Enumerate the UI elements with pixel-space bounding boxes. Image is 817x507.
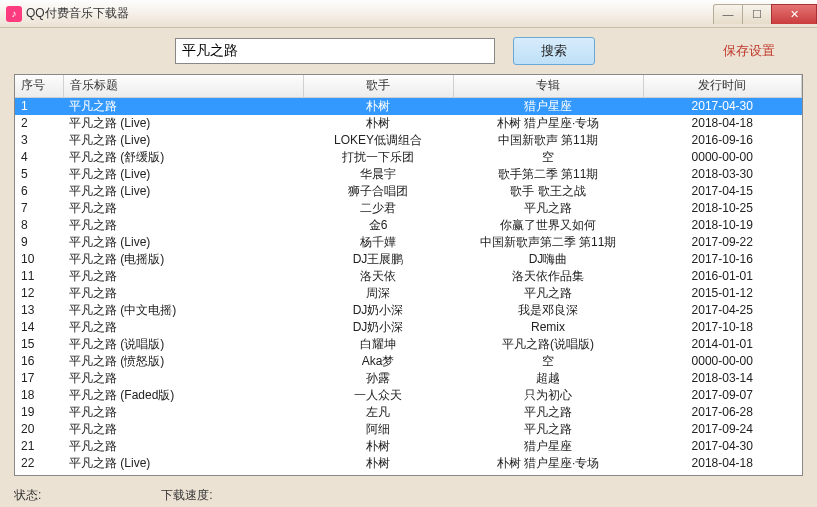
results-table-container: 序号 音乐标题 歌手 专辑 发行时间 1平凡之路朴树猎户星座2017-04-30… bbox=[14, 74, 803, 476]
results-scroll[interactable]: 序号 音乐标题 歌手 专辑 发行时间 1平凡之路朴树猎户星座2017-04-30… bbox=[15, 75, 802, 475]
cell-date: 2016-01-01 bbox=[643, 268, 802, 285]
cell-title: 平凡之路 (舒缓版) bbox=[63, 149, 303, 166]
cell-index: 11 bbox=[15, 268, 63, 285]
cell-title: 平凡之路 (Faded版) bbox=[63, 387, 303, 404]
table-row[interactable]: 19平凡之路左凡平凡之路2017-06-28 bbox=[15, 404, 802, 421]
col-date[interactable]: 发行时间 bbox=[643, 75, 802, 97]
cell-date: 2016-09-16 bbox=[643, 132, 802, 149]
col-album[interactable]: 专辑 bbox=[453, 75, 643, 97]
table-row[interactable]: 4平凡之路 (舒缓版)打扰一下乐团空0000-00-00 bbox=[15, 149, 802, 166]
cell-title: 平凡之路 (中文电摇) bbox=[63, 302, 303, 319]
cell-index: 8 bbox=[15, 217, 63, 234]
cell-artist: 朴树 bbox=[303, 455, 453, 472]
app-icon: ♪ bbox=[6, 6, 22, 22]
cell-title: 平凡之路 bbox=[63, 268, 303, 285]
cell-title: 平凡之路 (Live) bbox=[63, 166, 303, 183]
cell-index: 16 bbox=[15, 353, 63, 370]
table-row[interactable]: 8平凡之路金6你赢了世界又如何2018-10-19 bbox=[15, 217, 802, 234]
cell-index: 19 bbox=[15, 404, 63, 421]
cell-album: 中国新歌声第二季 第11期 bbox=[453, 234, 643, 251]
table-row[interactable]: 12平凡之路周深平凡之路2015-01-12 bbox=[15, 285, 802, 302]
table-row[interactable]: 22平凡之路 (Live)朴树朴树 猎户星座·专场2018-04-18 bbox=[15, 455, 802, 472]
cell-album: Remix bbox=[453, 319, 643, 336]
cell-title: 平凡之路 bbox=[63, 438, 303, 455]
cell-date: 2015-01-12 bbox=[643, 285, 802, 302]
cell-album: 洛天依作品集 bbox=[453, 268, 643, 285]
cell-album: 中国新歌声 第11期 bbox=[453, 132, 643, 149]
table-row[interactable]: 14平凡之路DJ奶小深Remix2017-10-18 bbox=[15, 319, 802, 336]
cell-title: 平凡之路 bbox=[63, 97, 303, 115]
window-title: QQ付费音乐下载器 bbox=[26, 5, 714, 22]
cell-date: 2017-09-22 bbox=[643, 234, 802, 251]
table-row[interactable]: 3平凡之路 (Live)LOKEY低调组合中国新歌声 第11期2016-09-1… bbox=[15, 132, 802, 149]
cell-index: 5 bbox=[15, 166, 63, 183]
cell-index: 1 bbox=[15, 97, 63, 115]
table-row[interactable]: 18平凡之路 (Faded版)一人众天只为初心2017-09-07 bbox=[15, 387, 802, 404]
cell-album: 歌手 歌王之战 bbox=[453, 183, 643, 200]
cell-index: 18 bbox=[15, 387, 63, 404]
table-row[interactable]: 13平凡之路 (中文电摇)DJ奶小深我是邓良深2017-04-25 bbox=[15, 302, 802, 319]
table-row[interactable]: 5平凡之路 (Live)华晨宇歌手第二季 第11期2018-03-30 bbox=[15, 166, 802, 183]
cell-title: 平凡之路 bbox=[63, 370, 303, 387]
cell-artist: 洛天依 bbox=[303, 268, 453, 285]
cell-index: 22 bbox=[15, 455, 63, 472]
cell-date: 2017-06-28 bbox=[643, 404, 802, 421]
cell-artist: 朴树 bbox=[303, 115, 453, 132]
cell-index: 17 bbox=[15, 370, 63, 387]
table-row[interactable]: 2平凡之路 (Live)朴树朴树 猎户星座·专场2018-04-18 bbox=[15, 115, 802, 132]
results-table: 序号 音乐标题 歌手 专辑 发行时间 1平凡之路朴树猎户星座2017-04-30… bbox=[15, 75, 802, 472]
col-title[interactable]: 音乐标题 bbox=[63, 75, 303, 97]
cell-artist: 二少君 bbox=[303, 200, 453, 217]
save-settings-link[interactable]: 保存设置 bbox=[723, 42, 775, 60]
cell-title: 平凡之路 bbox=[63, 200, 303, 217]
cell-index: 13 bbox=[15, 302, 63, 319]
cell-index: 10 bbox=[15, 251, 63, 268]
cell-index: 12 bbox=[15, 285, 63, 302]
cell-artist: 打扰一下乐团 bbox=[303, 149, 453, 166]
cell-artist: 朴树 bbox=[303, 97, 453, 115]
cell-album: 猎户星座 bbox=[453, 438, 643, 455]
window-controls: — ☐ ✕ bbox=[714, 4, 817, 24]
cell-title: 平凡之路 (Live) bbox=[63, 132, 303, 149]
col-artist[interactable]: 歌手 bbox=[303, 75, 453, 97]
minimize-button[interactable]: — bbox=[713, 4, 743, 24]
cell-artist: 朴树 bbox=[303, 438, 453, 455]
maximize-button[interactable]: ☐ bbox=[742, 4, 772, 24]
cell-date: 2018-04-18 bbox=[643, 455, 802, 472]
table-row[interactable]: 10平凡之路 (电摇版)DJ王展鹏DJ嗨曲2017-10-16 bbox=[15, 251, 802, 268]
cell-date: 2018-10-25 bbox=[643, 200, 802, 217]
cell-album: 空 bbox=[453, 353, 643, 370]
table-row[interactable]: 15平凡之路 (说唱版)白耀坤平凡之路(说唱版)2014-01-01 bbox=[15, 336, 802, 353]
search-button[interactable]: 搜索 bbox=[513, 37, 595, 65]
table-row[interactable]: 21平凡之路朴树猎户星座2017-04-30 bbox=[15, 438, 802, 455]
cell-album: 平凡之路 bbox=[453, 285, 643, 302]
col-index[interactable]: 序号 bbox=[15, 75, 63, 97]
cell-artist: 金6 bbox=[303, 217, 453, 234]
cell-date: 2017-04-25 bbox=[643, 302, 802, 319]
cell-album: 空 bbox=[453, 149, 643, 166]
table-row[interactable]: 17平凡之路孙露超越2018-03-14 bbox=[15, 370, 802, 387]
table-row[interactable]: 6平凡之路 (Live)狮子合唱团歌手 歌王之战2017-04-15 bbox=[15, 183, 802, 200]
cell-album: 只为初心 bbox=[453, 387, 643, 404]
cell-album: 平凡之路 bbox=[453, 404, 643, 421]
speed-label: 下载速度: bbox=[161, 487, 212, 504]
cell-title: 平凡之路 bbox=[63, 404, 303, 421]
table-row[interactable]: 1平凡之路朴树猎户星座2017-04-30 bbox=[15, 97, 802, 115]
table-row[interactable]: 20平凡之路阿细平凡之路2017-09-24 bbox=[15, 421, 802, 438]
table-row[interactable]: 7平凡之路二少君平凡之路2018-10-25 bbox=[15, 200, 802, 217]
cell-artist: DJ奶小深 bbox=[303, 302, 453, 319]
cell-index: 21 bbox=[15, 438, 63, 455]
cell-date: 2014-01-01 bbox=[643, 336, 802, 353]
search-input[interactable] bbox=[175, 38, 495, 64]
close-button[interactable]: ✕ bbox=[771, 4, 817, 24]
table-header-row: 序号 音乐标题 歌手 专辑 发行时间 bbox=[15, 75, 802, 97]
table-row[interactable]: 11平凡之路洛天依洛天依作品集2016-01-01 bbox=[15, 268, 802, 285]
cell-album: 你赢了世界又如何 bbox=[453, 217, 643, 234]
table-row[interactable]: 9平凡之路 (Live)杨千嬅中国新歌声第二季 第11期2017-09-22 bbox=[15, 234, 802, 251]
cell-album: 猎户星座 bbox=[453, 97, 643, 115]
cell-date: 2018-10-19 bbox=[643, 217, 802, 234]
cell-title: 平凡之路 (Live) bbox=[63, 234, 303, 251]
table-row[interactable]: 16平凡之路 (愤怒版)Aka梦空0000-00-00 bbox=[15, 353, 802, 370]
cell-date: 2017-04-15 bbox=[643, 183, 802, 200]
cell-date: 2018-03-30 bbox=[643, 166, 802, 183]
